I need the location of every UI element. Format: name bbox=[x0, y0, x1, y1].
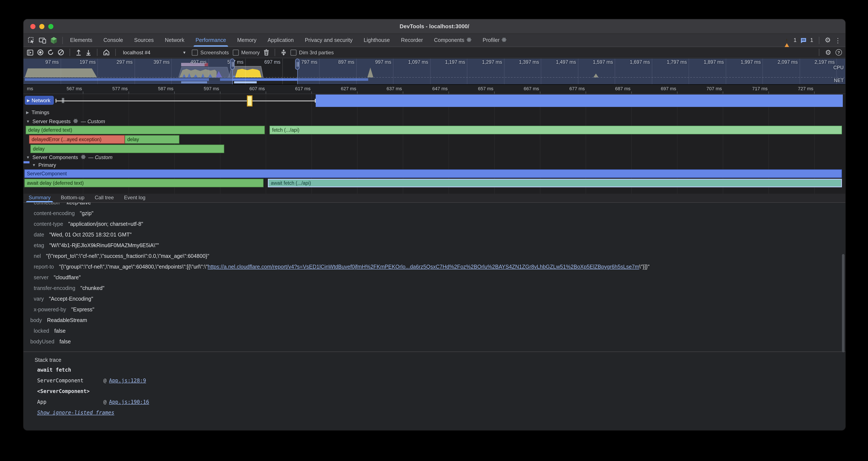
selected-network-request[interactable] bbox=[247, 95, 252, 107]
flame-bar[interactable]: await delay (deferred text) bbox=[24, 179, 264, 187]
memory-checkbox[interactable]: Memory bbox=[232, 49, 260, 55]
ruler-time-label: 657 ms bbox=[463, 86, 493, 91]
overview-time-label: 497 ms bbox=[173, 59, 207, 64]
network-request-bar[interactable] bbox=[316, 94, 843, 107]
help-icon[interactable]: ? bbox=[836, 49, 842, 56]
device-toolbar-icon[interactable] bbox=[39, 37, 46, 44]
flame-bar[interactable]: delay bbox=[30, 145, 224, 153]
detail-key: vary bbox=[34, 296, 44, 302]
tab-lighthouse[interactable]: Lighthouse bbox=[358, 34, 395, 47]
capture-settings-gear-icon[interactable]: ⚙ bbox=[825, 49, 831, 56]
stack-frame: await fetch bbox=[24, 365, 845, 375]
flame-bar[interactable]: ServerComponent bbox=[24, 169, 842, 178]
server-components-track-header[interactable]: ▼ Server Components — Custom bbox=[24, 154, 845, 161]
tab-performance[interactable]: Performance bbox=[190, 34, 231, 47]
flame-bar[interactable]: fetch (.../api) bbox=[270, 126, 842, 134]
home-icon[interactable] bbox=[103, 49, 110, 56]
detail-row: connection"keep-alive" bbox=[24, 203, 845, 208]
ruler-time-label: 667 ms bbox=[509, 86, 539, 91]
ruler-time-label: 587 ms bbox=[144, 86, 174, 91]
load-profile-icon[interactable] bbox=[75, 49, 82, 56]
ruler-tick bbox=[403, 91, 403, 94]
inspect-element-icon[interactable] bbox=[28, 37, 35, 44]
ruler-tick bbox=[174, 91, 175, 94]
clear-icon[interactable] bbox=[58, 49, 64, 56]
details-scrollbar[interactable] bbox=[842, 254, 844, 352]
source-location-link[interactable]: App.js:128:9 bbox=[109, 378, 146, 383]
source-location-link[interactable]: App.js:190:16 bbox=[109, 399, 149, 405]
tab-elements[interactable]: Elements bbox=[64, 34, 98, 47]
tab-sources[interactable]: Sources bbox=[129, 34, 159, 47]
details-tab-summary[interactable]: Summary bbox=[24, 194, 56, 202]
more-options-icon[interactable]: ⋮ bbox=[835, 37, 841, 44]
detail-row: nel"{\"report_to\":\"cf-nel\",\"success_… bbox=[24, 251, 845, 262]
flame-bar[interactable]: await fetch (.../api) bbox=[268, 179, 842, 187]
server-requests-track-header[interactable]: ▼ Server Requests — Custom bbox=[24, 118, 845, 125]
save-profile-icon[interactable] bbox=[86, 49, 91, 56]
timings-track-header[interactable]: ▶Timings bbox=[24, 108, 845, 115]
settings-gear-icon[interactable]: ⚙ bbox=[825, 37, 831, 44]
tab-components[interactable]: Components bbox=[429, 34, 477, 47]
primary-subtrack-header[interactable]: ▼Primary bbox=[24, 162, 845, 169]
report-url-link[interactable]: https://a.nel.cloudflare.com/report/v4?s… bbox=[208, 264, 639, 270]
tab-recorder[interactable]: Recorder bbox=[395, 34, 429, 47]
detail-key: content-encoding bbox=[34, 210, 75, 217]
record-icon[interactable] bbox=[37, 49, 43, 56]
timeline-overview[interactable]: 97 ms197 ms297 ms397 ms497 ms597 ms697 m… bbox=[24, 59, 845, 85]
ruler-time-label: 597 ms bbox=[189, 86, 219, 91]
collapse-flame-icon[interactable] bbox=[281, 49, 287, 56]
flame-bar[interactable]: delayedError (...ayed exception) bbox=[29, 135, 125, 144]
ruler-tick bbox=[769, 91, 769, 94]
cpu-lane-label: CPU bbox=[833, 65, 844, 70]
screenshots-checkbox[interactable]: Screenshots bbox=[192, 49, 229, 55]
overview-time-label: 1,997 ms bbox=[727, 59, 761, 64]
overview-time-label: 1,897 ms bbox=[690, 59, 724, 64]
tab-network[interactable]: Network bbox=[159, 34, 190, 47]
details-tab-event-log[interactable]: Event log bbox=[119, 194, 151, 202]
overview-time-label: 697 ms bbox=[247, 59, 280, 64]
overview-time-label: 397 ms bbox=[136, 59, 169, 64]
overview-time-label: 1,697 ms bbox=[617, 59, 650, 64]
stack-trace-title: Stack trace bbox=[24, 352, 845, 365]
ruler-tick bbox=[311, 91, 312, 94]
detail-row: x-powered-by"Express" bbox=[24, 305, 845, 315]
tab-application[interactable]: Application bbox=[262, 34, 299, 47]
show-ignore-listed-link[interactable]: Show ignore-listed frames bbox=[24, 407, 845, 418]
extension-gem-icon[interactable] bbox=[51, 36, 57, 44]
tab-console[interactable]: Console bbox=[98, 34, 129, 47]
tab-profiler[interactable]: Profiler bbox=[477, 34, 513, 47]
ruler-time-label: 707 ms bbox=[692, 86, 722, 91]
ruler-tick bbox=[129, 91, 129, 94]
issues-icon[interactable] bbox=[800, 37, 806, 43]
overview-time-label: 1,197 ms bbox=[432, 59, 465, 64]
overview-time-label: 197 ms bbox=[62, 59, 96, 64]
ruler-time-label: 617 ms bbox=[281, 86, 311, 91]
reload-record-icon[interactable] bbox=[48, 49, 54, 56]
flame-chart[interactable]: ▶Network ▶Timings ▼ Server bbox=[24, 94, 845, 194]
toggle-sidebar-icon[interactable] bbox=[27, 49, 33, 55]
ruler-time-label: 727 ms bbox=[783, 86, 813, 91]
detail-value: "W/\"4b1-RjEJloX9kRinu6F0MAZMmy6E5iA\"" bbox=[49, 242, 159, 249]
details-tab-bottom-up[interactable]: Bottom-up bbox=[56, 194, 90, 202]
details-tab-call-tree[interactable]: Call tree bbox=[90, 194, 119, 202]
tab-memory[interactable]: Memory bbox=[232, 34, 262, 47]
ruler-tick bbox=[677, 91, 678, 94]
garbage-collect-icon[interactable] bbox=[264, 49, 269, 56]
detail-value: false bbox=[60, 339, 71, 345]
flame-bar[interactable]: delay bbox=[125, 135, 179, 144]
overview-gridline bbox=[245, 59, 246, 84]
tab-privacy-and-security[interactable]: Privacy and security bbox=[299, 34, 358, 47]
details-pane[interactable]: connection"keep-alive"content-encoding"g… bbox=[24, 203, 845, 430]
ruler-time-label: 567 ms bbox=[52, 86, 82, 91]
ruler-tick bbox=[631, 91, 632, 94]
overview-time-label: 2,097 ms bbox=[765, 59, 798, 64]
dim-3rd-parties-checkbox[interactable]: Dim 3rd parties bbox=[290, 49, 334, 55]
target-selector[interactable]: localhost #4 ▼ bbox=[121, 49, 188, 55]
detail-value: "gzip" bbox=[80, 210, 94, 217]
warnings-icon[interactable]: ! bbox=[784, 37, 790, 43]
devtools-tab-bar: ElementsConsoleSourcesNetworkPerformance… bbox=[24, 34, 845, 47]
ruler-tick bbox=[814, 91, 815, 94]
timings-track: ▶Timings bbox=[24, 108, 845, 118]
flame-bar[interactable]: delay (deferred text) bbox=[26, 126, 265, 134]
network-track-header[interactable]: ▶Network bbox=[25, 96, 54, 105]
